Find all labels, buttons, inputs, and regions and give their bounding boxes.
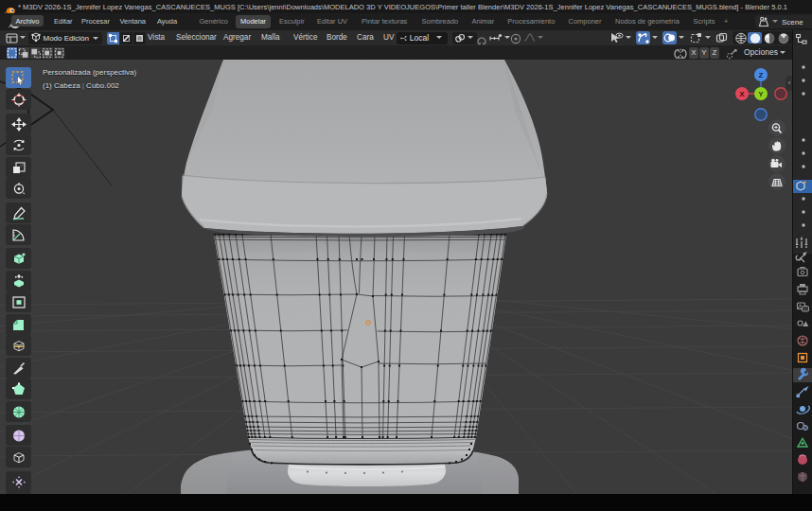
- svg-text:X: X: [739, 90, 745, 98]
- svg-text:Y: Y: [758, 90, 764, 98]
- svg-text:Z: Z: [759, 71, 764, 79]
